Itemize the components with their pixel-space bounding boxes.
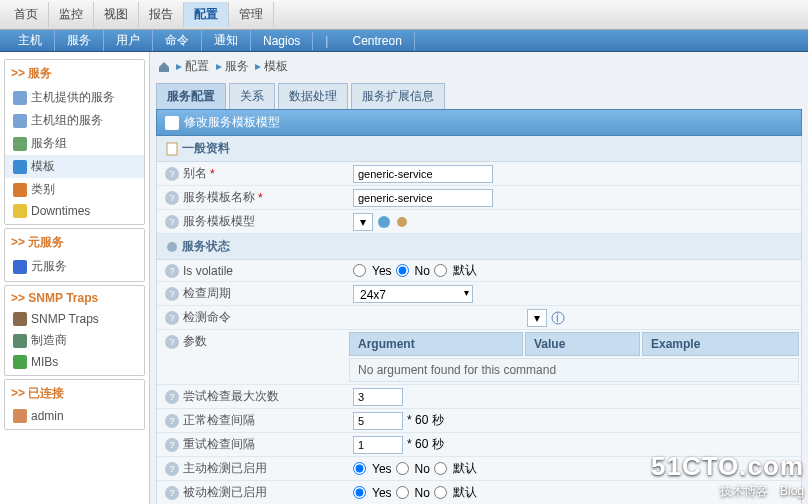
- sidebar-group-snmp: >> SNMP Traps: [5, 289, 144, 309]
- input-retry-int[interactable]: [353, 436, 403, 454]
- tab-service-config[interactable]: 服务配置: [156, 83, 226, 109]
- gear-icon: [165, 240, 179, 254]
- top-navbar: 首页 监控 视图 报告 配置 管理: [0, 0, 808, 30]
- radio-passive-default[interactable]: [434, 486, 447, 499]
- group-icon: [13, 137, 27, 151]
- sidebar-item-mibs[interactable]: MIBs: [5, 352, 144, 372]
- vendor-icon: [13, 334, 27, 348]
- select-check-cmd[interactable]: ▾: [527, 309, 547, 327]
- label-max-attempts: 尝试检查最大次数: [183, 388, 279, 405]
- sub-navbar: 主机 服务 用户 命令 通知 Nagios | Centreon: [0, 30, 808, 52]
- sub-tab-host[interactable]: 主机: [6, 30, 55, 51]
- trap-icon: [13, 312, 27, 326]
- radio-volatile-no[interactable]: [396, 264, 409, 277]
- args-th-val: Value: [525, 332, 640, 356]
- label-check-period: 检查周期: [183, 285, 231, 302]
- help-icon[interactable]: ?: [165, 264, 179, 278]
- sub-tab-service[interactable]: 服务: [55, 30, 104, 51]
- tab-relations[interactable]: 关系: [229, 83, 275, 109]
- label-tpl-name: 服务模板名称: [183, 189, 255, 206]
- top-tab-report[interactable]: 报告: [139, 2, 184, 27]
- user-icon: [13, 409, 27, 423]
- sub-tab-centreon[interactable]: Centreon: [340, 32, 414, 50]
- monitor-icon: [13, 260, 27, 274]
- sidebar-item-meta[interactable]: 元服务: [5, 255, 144, 278]
- help-icon[interactable]: ?: [165, 414, 179, 428]
- help-icon[interactable]: ?: [165, 167, 179, 181]
- help-icon[interactable]: ?: [165, 311, 179, 325]
- top-tab-config[interactable]: 配置: [184, 2, 229, 27]
- section-general: 一般资料: [157, 136, 801, 162]
- svg-rect-0: [167, 143, 177, 155]
- sidebar-item-vendor[interactable]: 制造商: [5, 329, 144, 352]
- mib-icon: [13, 355, 27, 369]
- sidebar-item-category[interactable]: 类别: [5, 178, 144, 201]
- help-icon[interactable]: ?: [165, 462, 179, 476]
- sidebar-item-hostgroup-services[interactable]: 主机组的服务: [5, 109, 144, 132]
- input-normal-int[interactable]: [353, 412, 403, 430]
- sidebar-item-host-services[interactable]: 主机提供的服务: [5, 86, 144, 109]
- sidebar-item-snmp[interactable]: SNMP Traps: [5, 309, 144, 329]
- top-tab-admin[interactable]: 管理: [229, 2, 274, 27]
- top-tab-monitor[interactable]: 监控: [49, 2, 94, 27]
- input-tpl-name[interactable]: [353, 189, 493, 207]
- tab-service-ext[interactable]: 服务扩展信息: [351, 83, 445, 109]
- crumb-2[interactable]: 服务: [225, 59, 249, 73]
- sidebar: >> 服务 主机提供的服务 主机组的服务 服务组 模板 类别 Downtimes…: [0, 52, 150, 504]
- select-check-period[interactable]: 24x7: [353, 285, 473, 303]
- sidebar-group-meta: >> 元服务: [5, 232, 144, 255]
- top-tab-home[interactable]: 首页: [4, 2, 49, 27]
- radio-volatile-default[interactable]: [434, 264, 447, 277]
- help-icon[interactable]: ?: [165, 335, 179, 349]
- form-title: 修改服务模板模型: [156, 109, 802, 136]
- sidebar-item-template[interactable]: 模板: [5, 155, 144, 178]
- sidebar-group-connected: >> 已连接: [5, 383, 144, 406]
- sub-tab-notify[interactable]: 通知: [202, 30, 251, 51]
- help-icon[interactable]: ?: [165, 191, 179, 205]
- help-icon[interactable]: ?: [165, 438, 179, 452]
- category-icon: [13, 183, 27, 197]
- sub-tab-command[interactable]: 命令: [153, 30, 202, 51]
- gear-icon[interactable]: [395, 215, 409, 229]
- args-empty: No argument found for this command: [349, 358, 799, 382]
- svg-point-1: [378, 216, 390, 228]
- help-icon[interactable]: ?: [165, 287, 179, 301]
- args-th-ex: Example: [642, 332, 799, 356]
- help-icon[interactable]: ?: [165, 390, 179, 404]
- suffix-sec: * 60 秒: [407, 412, 444, 429]
- info-icon[interactable]: i: [551, 311, 565, 325]
- breadcrumb: ▸配置 ▸服务 ▸模板: [150, 52, 808, 81]
- label-args: 参数: [183, 333, 207, 350]
- label-volatile: Is volatile: [183, 264, 233, 278]
- radio-volatile-yes[interactable]: [353, 264, 366, 277]
- label-passive: 被动检测已启用: [183, 484, 267, 501]
- label-tpl-model: 服务模板模型: [183, 213, 255, 230]
- sub-tab-nagios[interactable]: Nagios: [251, 32, 313, 50]
- radio-active-no[interactable]: [396, 462, 409, 475]
- crumb-3: 模板: [264, 59, 288, 73]
- select-tpl-model[interactable]: ▾: [353, 213, 373, 231]
- sidebar-item-downtimes[interactable]: Downtimes: [5, 201, 144, 221]
- radio-passive-yes[interactable]: [353, 486, 366, 499]
- top-tab-view[interactable]: 视图: [94, 2, 139, 27]
- help-icon[interactable]: ?: [165, 215, 179, 229]
- suffix-sec: * 60 秒: [407, 436, 444, 453]
- crumb-1[interactable]: 配置: [185, 59, 209, 73]
- template-icon: [13, 160, 27, 174]
- input-alias[interactable]: [353, 165, 493, 183]
- sub-tab-user[interactable]: 用户: [104, 30, 153, 51]
- earth-icon[interactable]: [377, 215, 391, 229]
- sidebar-item-admin[interactable]: admin: [5, 406, 144, 426]
- home-icon: [158, 61, 170, 73]
- sidebar-group-service: >> 服务: [5, 63, 144, 86]
- tab-data-process[interactable]: 数据处理: [278, 83, 348, 109]
- input-max-attempts[interactable]: [353, 388, 403, 406]
- warning-icon: [13, 204, 27, 218]
- form-icon: [165, 116, 179, 130]
- sidebar-item-servicegroup[interactable]: 服务组: [5, 132, 144, 155]
- radio-passive-no[interactable]: [396, 486, 409, 499]
- help-icon[interactable]: ?: [165, 486, 179, 500]
- radio-active-yes[interactable]: [353, 462, 366, 475]
- radio-active-default[interactable]: [434, 462, 447, 475]
- svg-point-3: [167, 242, 177, 252]
